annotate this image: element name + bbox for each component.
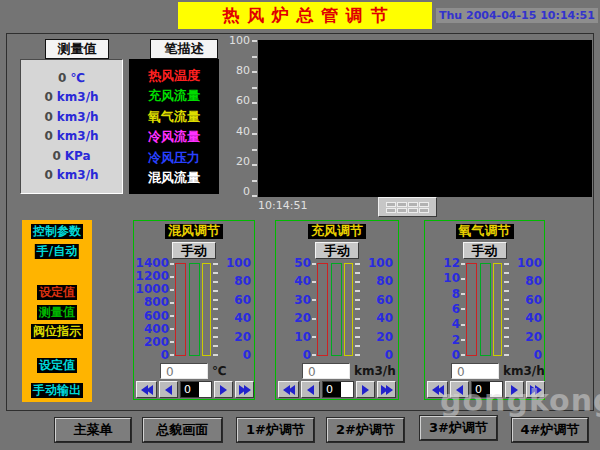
y-tick-label: 100 [229,35,250,46]
pen-description-header-button[interactable]: 笔描述 [150,39,218,59]
measured-bar [189,263,200,356]
left-scale-ticks [461,263,465,356]
scale-label: 0 [385,349,393,361]
increase-button[interactable] [505,381,524,398]
pen-label-oxygen-flow: 氧气流量 [129,110,219,123]
manual-output-label: 手动输出 [31,383,83,398]
scale-label: 50 [294,257,311,269]
scale-label: 30 [294,294,311,306]
setpoint-input[interactable]: 0 [302,363,350,379]
fast-increase-button[interactable] [526,381,545,398]
manual-mode-button[interactable]: 手动 [463,242,507,259]
step-value-field[interactable]: 0 [180,381,212,398]
scale-label: 80 [234,275,251,287]
fast-increase-button[interactable] [377,381,396,398]
setpoint-section-label: 设定值 [37,358,77,373]
measured-legend-label: 测量值 [37,305,77,320]
scale-label: 10 [294,331,311,343]
decrease-button[interactable] [450,381,469,398]
scale-label: 100 [226,257,251,269]
scale-label: 10 [443,272,460,284]
setpoint-unit: km3/h [354,365,396,377]
scale-label: 6 [452,303,460,315]
control-parameters-panel: 控制参数 手/自动 设定值 测量值 阀位指示 设定值 手动输出 [22,220,92,402]
increase-button[interactable] [214,381,233,398]
valve-position-bar [344,263,353,356]
left-scale: 1400 1200 1000 800 600 400 200 0 [136,257,169,361]
datetime-display: Thu 2004-04-15 10:14:51 [436,8,598,23]
setpoint-input[interactable]: 0 [451,363,499,379]
pen-label-cold-blast-pressure: 冷风压力 [129,151,219,164]
step-value-field[interactable]: 0 [471,381,503,398]
scale-label: 20 [376,331,393,343]
scale-label: 100 [517,257,542,269]
step-value: 0 [472,382,490,397]
measured-value: 0 [44,130,52,142]
measured-unit: KPa [65,150,91,162]
measured-row: 0℃ [21,72,122,84]
scale-label: 1200 [136,270,169,282]
scale-label: 20 [525,331,542,343]
setpoint-bar [175,263,186,356]
scale-label: 20 [234,331,251,343]
scale-label: 100 [368,257,393,269]
decrease-button[interactable] [159,381,178,398]
step-value: 0 [323,382,341,397]
measured-bar [331,263,342,356]
fast-increase-button[interactable] [235,381,254,398]
fast-decrease-button[interactable] [427,381,448,398]
measured-row: 0km3/h [21,111,122,123]
scale-label: 1000 [136,283,169,295]
fast-decrease-button[interactable] [136,381,157,398]
regulator-panel-oxygen: 氧气调节 手动 12 10 8 6 4 2 0 100 80 60 40 20 … [424,220,545,400]
pen-label-mixed-air-flow: 混风流量 [129,171,219,184]
y-tick-label: 80 [236,65,250,76]
scale-label: 8 [452,288,460,300]
measured-value: 0 [44,169,52,181]
nav-stove2-button[interactable]: 2#炉调节 [327,418,404,442]
step-value-field[interactable]: 0 [322,381,354,398]
scale-label: 800 [144,296,169,308]
trend-grid-button[interactable] [378,197,437,217]
scale-label: 40 [234,312,251,324]
left-scale: 12 10 8 6 4 2 0 [427,257,460,361]
setpoint-bar [466,263,477,356]
trend-time-label: 10:14:51 [258,199,307,212]
nav-main-menu-button[interactable]: 主菜单 [55,418,131,442]
pen-label-hot-blast-temp: 热风温度 [129,69,219,82]
measured-values-panel: 0℃ 0km3/h 0km3/h 0km3/h 0KPa 0km3/h [20,59,123,194]
regulator-title: 混风调节 [165,224,223,239]
scale-label: 0 [452,349,460,361]
scale-label: 60 [234,294,251,306]
regulator-title: 氧气调节 [456,224,514,239]
valve-position-bar [493,263,502,356]
measured-value-header-button[interactable]: 测量值 [45,39,109,59]
measured-unit: km3/h [57,169,99,181]
setpoint-bar [317,263,328,356]
fast-decrease-button[interactable] [278,381,299,398]
nav-stove3-button[interactable]: 3#炉调节 [420,416,497,440]
left-scale-ticks [312,263,316,356]
manual-mode-button[interactable]: 手动 [172,242,216,259]
nav-stove4-button[interactable]: 4#炉调节 [512,418,588,442]
nav-overview-button[interactable]: 总貌画面 [143,418,222,442]
y-tick-label: 60 [236,95,250,106]
scale-label: 0 [534,349,542,361]
scale-label: 40 [525,312,542,324]
pen-description-panel: 热风温度 充风流量 氧气流量 冷风流量 冷风压力 混风流量 [129,59,219,194]
control-params-label: 控制参数 [31,224,83,239]
decrease-button[interactable] [301,381,320,398]
trend-chart-area [258,40,592,197]
right-scale: 100 80 60 40 20 0 [361,257,393,361]
manual-auto-toggle[interactable]: 手/自动 [35,244,79,259]
scale-label: 20 [294,312,311,324]
trend-y-axis-labels: 100 80 60 40 20 0 [222,35,250,197]
measured-row: 0km3/h [21,169,122,181]
scale-label: 1400 [136,257,169,269]
increase-button[interactable] [356,381,375,398]
manual-mode-button[interactable]: 手动 [315,242,359,259]
setpoint-input[interactable]: 0 [160,363,208,379]
nav-stove1-button[interactable]: 1#炉调节 [237,418,314,442]
measured-unit: km3/h [57,111,99,123]
scale-label: 80 [525,275,542,287]
